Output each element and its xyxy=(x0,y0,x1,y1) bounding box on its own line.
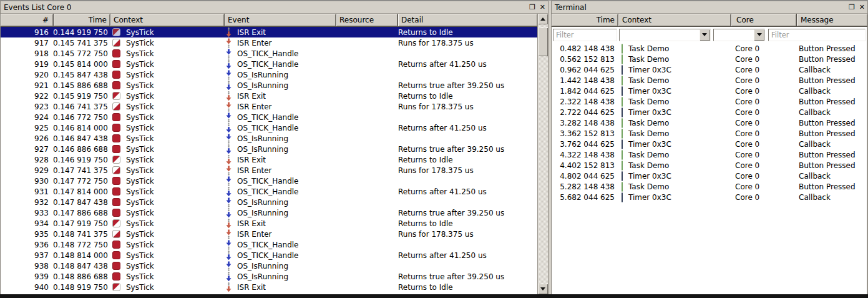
context-label: SysTick xyxy=(126,241,154,249)
event-row[interactable]: 9170.145 741 375SysTickISR EnterRuns for… xyxy=(1,37,537,48)
column-header-context[interactable]: Context xyxy=(618,14,731,26)
column-header-core[interactable]: Core xyxy=(731,14,796,26)
terminal-row[interactable]: 4.802 044 625Timer 0x3CCore 0Callback xyxy=(552,171,867,181)
event-name-cell: OS_IsRunning xyxy=(223,133,334,144)
event-row[interactable]: 9260.146 847 438SysTickOS_IsRunning xyxy=(1,133,537,144)
terminal-row[interactable]: 4.322 148 438Task DemoCore 0Button Press… xyxy=(552,149,867,160)
terminal-row[interactable]: 4.402 152 813Task DemoCore 0Button Press… xyxy=(552,160,867,171)
dropdown-button[interactable] xyxy=(700,29,710,41)
api-return-arrow-icon xyxy=(226,91,232,101)
event-row[interactable]: 9390.148 886 688SysTickOS_IsRunningRetur… xyxy=(1,271,537,282)
event-row[interactable]: 9380.148 847 438SysTickOS_IsRunning xyxy=(1,261,537,271)
task-icon xyxy=(622,44,623,54)
terminal-row[interactable]: 5.282 148 438Task DemoCore 0Button Press… xyxy=(552,181,867,192)
event-row[interactable]: 9200.145 847 438SysTickOS_IsRunning xyxy=(1,69,537,80)
context-label: SysTick xyxy=(126,251,154,260)
context-filter-dropdown[interactable] xyxy=(619,29,711,41)
column-header-detail[interactable]: Detail xyxy=(398,14,537,26)
close-panel-icon[interactable]: ✕ xyxy=(540,3,545,12)
event-row[interactable]: 9190.145 814 000SysTickOS_TICK_HandleRet… xyxy=(1,59,537,69)
scroll-up-button[interactable] xyxy=(538,14,548,24)
event-detail: Returns true after 39.250 us xyxy=(395,272,537,281)
context-label: SysTick xyxy=(126,39,154,47)
terminal-row[interactable]: 1.442 148 438Task DemoCore 0Button Press… xyxy=(552,75,867,86)
event-row[interactable]: 9230.146 741 375SysTickISR EnterRuns for… xyxy=(1,101,537,112)
event-row[interactable]: 9210.145 886 688SysTickOS_IsRunningRetur… xyxy=(1,80,537,91)
event-number: 933 xyxy=(1,209,53,217)
event-context-cell: SysTick xyxy=(109,69,223,80)
core-filter-dropdown[interactable] xyxy=(713,29,765,41)
event-row[interactable]: 9400.148 919 750SysTickISR ExitReturns t… xyxy=(1,282,537,292)
event-row[interactable]: 9340.147 919 750SysTickISR ExitReturns t… xyxy=(1,218,537,229)
scrollbar-thumb[interactable] xyxy=(538,27,548,56)
message-filter-input[interactable] xyxy=(768,29,866,41)
event-row[interactable]: 9280.146 919 750SysTickISR ExitReturns t… xyxy=(1,154,537,165)
terminal-row[interactable]: 3.282 148 438Task DemoCore 0Button Press… xyxy=(552,117,867,128)
terminal-row[interactable]: 2.722 044 625Timer 0x3CCore 0Callback xyxy=(552,107,867,117)
column-header-time[interactable]: Time xyxy=(54,14,110,26)
event-label: OS_IsRunning xyxy=(237,198,288,207)
column-header-context[interactable]: Context xyxy=(110,14,224,26)
column-header-number[interactable]: # xyxy=(1,14,53,26)
task-icon xyxy=(622,76,623,86)
terminal-row[interactable]: 1.842 044 625Timer 0x3CCore 0Callback xyxy=(552,86,867,96)
terminal-row[interactable]: 2.322 148 438Task DemoCore 0Button Press… xyxy=(552,96,867,107)
event-label: OS_TICK_Handle xyxy=(237,60,299,69)
event-name-cell: OS_TICK_Handle xyxy=(223,239,334,250)
terminal-row[interactable]: 0.562 152 813Task DemoCore 0Button Press… xyxy=(552,54,867,64)
api-return-arrow-icon xyxy=(226,272,232,282)
scrollbar-track[interactable] xyxy=(538,24,548,284)
event-row[interactable]: 9240.146 772 750SysTickOS_TICK_Handle xyxy=(1,112,537,122)
time-filter-input[interactable] xyxy=(553,29,617,41)
column-header-message[interactable]: Message xyxy=(797,14,867,26)
event-row[interactable]: 9310.147 814 000SysTickOS_TICK_HandleRet… xyxy=(1,186,537,197)
event-time: 0.147 886 688 xyxy=(53,209,109,217)
terminal-panel-titlebar[interactable]: Terminal ❐ ✕ xyxy=(552,1,867,14)
close-panel-icon[interactable]: ✕ xyxy=(859,3,865,12)
terminal-context-cell: Task Demo xyxy=(618,44,730,53)
event-context-cell: SysTick xyxy=(109,165,223,176)
event-time: 0.147 919 750 xyxy=(53,219,109,228)
context-label: SysTick xyxy=(126,177,154,186)
event-row[interactable]: 9360.148 772 750SysTickOS_TICK_Handle xyxy=(1,239,537,250)
events-panel-titlebar[interactable]: Events List Core 0 ❐ ✕ xyxy=(1,1,548,14)
terminal-row[interactable]: 5.682 044 625Timer 0x3CCore 0Callback xyxy=(552,192,867,202)
event-row[interactable]: 9270.146 886 688SysTickOS_IsRunningRetur… xyxy=(1,144,537,154)
api-call-arrow-icon xyxy=(226,49,232,59)
scroll-down-button[interactable] xyxy=(538,284,548,294)
event-context-cell: SysTick xyxy=(109,101,223,112)
column-header-event[interactable]: Event xyxy=(225,14,336,26)
terminal-message: Button Pressed xyxy=(795,119,867,127)
event-name-cell: ISR Enter xyxy=(223,229,334,239)
event-row[interactable]: 9300.147 772 750SysTickOS_TICK_Handle xyxy=(1,176,537,186)
isr-active-icon xyxy=(112,187,120,196)
dropdown-button[interactable] xyxy=(754,29,764,41)
terminal-row[interactable]: 0.962 044 625Timer 0x3CCore 0Callback xyxy=(552,64,867,75)
terminal-row[interactable]: 3.762 044 625Timer 0x3CCore 0Callback xyxy=(552,139,867,149)
api-call-arrow-icon xyxy=(226,70,232,80)
event-row[interactable]: 9220.145 919 750SysTickISR ExitReturns t… xyxy=(1,91,537,101)
column-header-time[interactable]: Time xyxy=(552,14,618,26)
timer-icon xyxy=(622,86,623,96)
timer-icon xyxy=(622,107,623,117)
terminal-row[interactable]: 3.362 152 813Task DemoCore 0Button Press… xyxy=(552,128,867,139)
event-label: ISR Exit xyxy=(237,28,266,37)
column-header-resource[interactable]: Resource xyxy=(336,14,397,26)
terminal-core: Core 0 xyxy=(730,76,795,85)
event-row[interactable]: 9290.147 741 375SysTickISR EnterRuns for… xyxy=(1,165,537,176)
api-return-arrow-icon xyxy=(226,155,232,165)
terminal-message: Button Pressed xyxy=(795,44,867,53)
event-row[interactable]: 9370.148 814 000SysTickOS_TICK_HandleRet… xyxy=(1,250,537,261)
event-row[interactable]: 9250.146 814 000SysTickOS_TICK_HandleRet… xyxy=(1,122,537,133)
event-label: OS_IsRunning xyxy=(237,71,288,79)
float-panel-icon[interactable]: ❐ xyxy=(529,3,535,12)
event-row[interactable]: 9350.148 741 375SysTickISR EnterRuns for… xyxy=(1,229,537,239)
event-row[interactable]: 9320.147 847 438SysTickOS_IsRunning xyxy=(1,197,537,207)
event-row[interactable]: 9330.147 886 688SysTickOS_IsRunningRetur… xyxy=(1,207,537,218)
float-panel-icon[interactable]: ❐ xyxy=(849,3,855,12)
event-time: 0.146 772 750 xyxy=(53,113,109,122)
terminal-row[interactable]: 0.482 148 438Task DemoCore 0Button Press… xyxy=(552,43,867,54)
event-number: 929 xyxy=(1,166,53,175)
event-row[interactable]: 9160.144 919 750SysTickISR ExitReturns t… xyxy=(1,27,537,37)
event-row[interactable]: 9180.145 772 750SysTickOS_TICK_Handle xyxy=(1,48,537,59)
